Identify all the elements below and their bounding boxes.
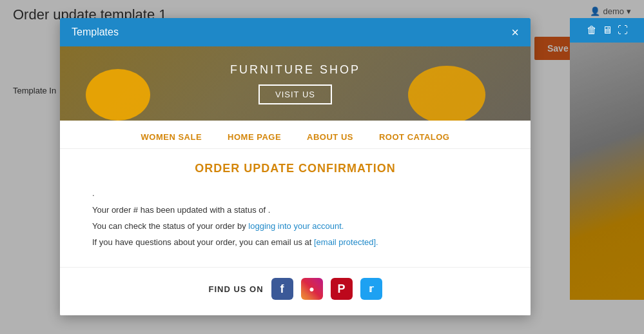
order-line1: Your order # has been updated with a sta… <box>92 203 498 217</box>
modal-header: Templates × <box>60 18 531 46</box>
social-footer: FIND US ON f ● P 𝕣 <box>60 267 531 302</box>
chair-decoration-left <box>79 56 157 121</box>
nav-women-sale[interactable]: WOMEN SALE <box>141 132 202 142</box>
facebook-icon[interactable]: f <box>271 278 293 300</box>
trash-icon[interactable]: 🗑 <box>587 25 597 36</box>
modal-close-button[interactable]: × <box>511 26 519 39</box>
order-email-link[interactable]: [email protected]. <box>314 237 378 247</box>
modal-body: FURNITURE SHOP VISIT US WOMEN SALE HOME … <box>60 46 531 315</box>
nav-links: WOMEN SALE HOME PAGE ABOUT US ROOT CATAL… <box>60 121 531 149</box>
nav-home-page[interactable]: HOME PAGE <box>228 132 281 142</box>
visit-us-button[interactable]: VISIT US <box>259 84 332 104</box>
right-panel-toolbar: 🗑 🖥 ⛶ <box>570 18 644 43</box>
modal-title: Templates <box>72 26 119 38</box>
order-login-link[interactable]: logging into your account. <box>248 221 344 231</box>
order-line2: You can check the status of your order b… <box>92 219 498 233</box>
nav-root-catalog[interactable]: ROOT CATALOG <box>379 132 450 142</box>
order-title: ORDER UPDATE CONFIRMATION <box>92 162 498 175</box>
find-us-label: FIND US ON <box>208 284 263 294</box>
chair-decoration-right <box>402 56 492 121</box>
instagram-icon[interactable]: ● <box>301 278 323 300</box>
monitor-icon[interactable]: 🖥 <box>602 25 612 36</box>
order-dot: . <box>92 188 498 198</box>
order-line2-prefix: You can check the status of your order b… <box>92 221 248 231</box>
shop-name: FURNITURE SHOP <box>230 63 360 77</box>
order-line3: If you have questions about your order, … <box>92 235 498 250</box>
order-line3-prefix: If you have questions about your order, … <box>92 237 314 247</box>
nav-about-us[interactable]: ABOUT US <box>307 132 353 142</box>
fullscreen-icon[interactable]: ⛶ <box>618 25 628 36</box>
templates-modal: Templates × FURNITURE SHOP VISIT US WOME… <box>60 18 531 315</box>
pinterest-icon[interactable]: P <box>331 278 353 300</box>
order-section: ORDER UPDATE CONFIRMATION . Your order #… <box>60 149 531 258</box>
hero-section: FURNITURE SHOP VISIT US <box>60 46 531 121</box>
twitter-icon[interactable]: 𝕣 <box>360 278 382 300</box>
